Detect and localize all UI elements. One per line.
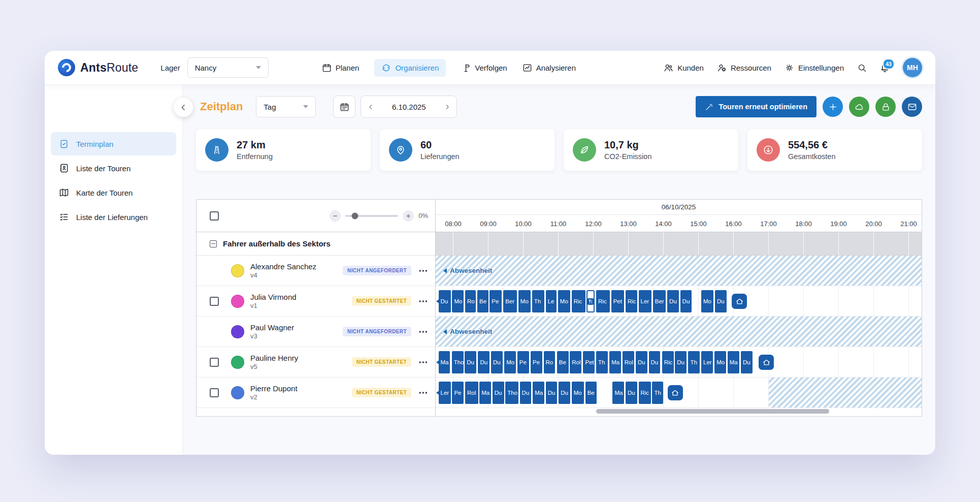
lock-tours-button[interactable]	[875, 97, 896, 117]
horizontal-scrollbar[interactable]	[436, 409, 922, 414]
task-block[interactable]: Du	[559, 382, 570, 404]
task-block[interactable]: Ler	[639, 290, 652, 312]
task-block[interactable]: Th	[652, 382, 663, 404]
task-block[interactable]: Mo	[701, 290, 713, 312]
task-block[interactable]: Th	[688, 351, 700, 373]
task-block[interactable]: Tho	[452, 351, 464, 373]
task-block[interactable]: Mo	[518, 290, 531, 312]
task-block[interactable]: Ma	[612, 382, 624, 404]
absence-block[interactable]: Abwesenheit	[436, 317, 922, 347]
task-block[interactable]: Ric	[639, 382, 651, 404]
collapse-sidebar-button[interactable]	[173, 97, 193, 117]
sidebar-item-liste-der-touren[interactable]: Liste der Touren	[51, 156, 176, 180]
task-block[interactable]: Le	[546, 290, 557, 312]
sidebar-item-terminplan[interactable]: Terminplan	[51, 132, 176, 155]
cloud-upload-button[interactable]	[849, 97, 869, 117]
task-block[interactable]: Ler	[701, 351, 713, 373]
task-block[interactable]: Du	[491, 351, 503, 373]
task-block[interactable]: Ric	[596, 290, 610, 312]
task-block[interactable]: Th	[532, 290, 544, 312]
task-block[interactable]: Du	[649, 351, 661, 373]
task-block[interactable]: Rol	[465, 382, 478, 404]
row-checkbox[interactable]	[210, 297, 219, 306]
collapse-icon[interactable]	[210, 240, 217, 247]
task-block[interactable]: Pe	[489, 290, 502, 312]
task-block[interactable]: Pet	[611, 290, 625, 312]
row-checkbox[interactable]	[210, 388, 219, 397]
home-marker[interactable]	[759, 355, 774, 370]
task-block[interactable]: Ric	[626, 290, 637, 312]
task-block[interactable]: Du	[493, 382, 504, 404]
nav-planen[interactable]: Planen	[322, 63, 360, 73]
task-block[interactable]: Du	[636, 351, 647, 373]
task-block[interactable]: Be	[477, 290, 488, 312]
reoptimize-tours-button[interactable]: Touren erneut optimieren	[696, 96, 816, 117]
nav-organisieren[interactable]: Organisieren	[374, 59, 446, 77]
task-block[interactable]: Ma	[533, 382, 544, 404]
home-marker[interactable]	[668, 385, 683, 400]
zoom-in-button[interactable]: +	[403, 210, 414, 222]
task-block[interactable]: Mo	[714, 351, 726, 373]
task-block[interactable]: Mo	[504, 351, 516, 373]
task-block[interactable]: Th	[596, 351, 608, 373]
task-block[interactable]: Ma	[439, 351, 450, 373]
task-block[interactable]: Mo	[572, 382, 584, 404]
zoom-slider[interactable]	[345, 215, 398, 217]
task-block[interactable]: Mo	[558, 290, 570, 312]
task-block[interactable]: Ber	[503, 290, 517, 312]
nav-kunden[interactable]: Kunden	[664, 63, 704, 73]
task-block[interactable]: Be	[585, 382, 597, 404]
task-block[interactable]: Pe	[517, 351, 529, 373]
task-block[interactable]: Ro	[465, 290, 476, 312]
warehouse-select[interactable]: Nancy	[187, 57, 269, 78]
task-block[interactable]: Du	[465, 351, 476, 373]
task-block[interactable]: Tho	[505, 382, 518, 404]
task-block[interactable]: Ma	[609, 351, 621, 373]
task-block[interactable]: Ma	[479, 382, 491, 404]
task-block[interactable]: Ma	[728, 351, 739, 373]
zoom-out-button[interactable]: −	[330, 210, 341, 222]
absence-block[interactable]	[769, 378, 922, 407]
zoom-slider-thumb[interactable]	[351, 212, 358, 219]
notifications-button[interactable]: 43	[880, 63, 890, 73]
nav-verfolgen[interactable]: Verfolgen	[461, 63, 507, 73]
sidebar-item-karte-der-touren[interactable]: Karte der Touren	[51, 181, 176, 204]
send-email-button[interactable]	[902, 97, 922, 117]
app-logo[interactable]: AntsRoute	[58, 59, 138, 76]
row-menu-button[interactable]: ⋯	[418, 327, 428, 336]
task-block[interactable]: Ric	[662, 351, 674, 373]
next-day-button[interactable]	[437, 96, 456, 117]
home-marker[interactable]	[732, 294, 747, 309]
task-block[interactable]: Du	[667, 290, 679, 312]
task-block[interactable]: Ber	[653, 290, 666, 312]
add-tour-button[interactable]	[823, 97, 843, 117]
sidebar-item-liste-der-lieferungen[interactable]: Liste der Lieferungen	[51, 205, 176, 229]
task-block[interactable]: Pet	[583, 351, 595, 373]
task-block[interactable]: Du	[675, 351, 687, 373]
task-block[interactable]: Ler	[439, 382, 451, 404]
row-checkbox[interactable]	[210, 358, 219, 367]
row-menu-button[interactable]: ⋯	[418, 388, 428, 397]
task-block[interactable]: Ro	[544, 351, 556, 373]
row-menu-button[interactable]: ⋯	[418, 296, 428, 306]
row-menu-button[interactable]: ⋯	[418, 266, 428, 275]
absence-block[interactable]: Abwesenheit	[436, 256, 922, 286]
nav-analysieren[interactable]: Analysieren	[522, 63, 576, 73]
calendar-picker-button[interactable]	[333, 96, 355, 118]
task-block[interactable]: Du	[546, 382, 558, 404]
nav-einstellungen[interactable]: Einstellungen	[785, 63, 844, 73]
row-menu-button[interactable]: ⋯	[418, 357, 428, 367]
task-block[interactable]: Mo	[452, 290, 464, 312]
scrollbar-thumb[interactable]	[596, 409, 829, 414]
task-block[interactable]: Ric	[572, 290, 585, 312]
task-block[interactable]: Du	[680, 290, 692, 312]
break-block[interactable]	[586, 290, 595, 312]
task-block[interactable]: Du	[626, 382, 637, 404]
task-block[interactable]: Du	[478, 351, 489, 373]
task-block[interactable]: Pe	[452, 382, 464, 404]
select-all-checkbox[interactable]	[210, 211, 219, 221]
task-block[interactable]: Rol	[570, 351, 581, 373]
task-block[interactable]: Be	[557, 351, 569, 373]
task-block[interactable]: Du	[439, 290, 451, 312]
view-select[interactable]: Tag	[256, 96, 316, 117]
